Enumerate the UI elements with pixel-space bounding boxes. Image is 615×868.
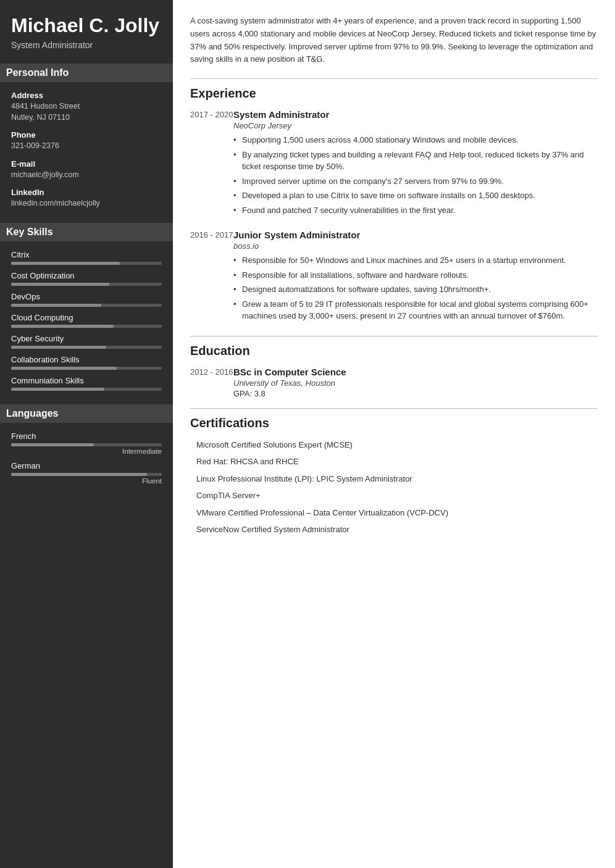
- edu-date: 2012 - 2016: [190, 367, 233, 398]
- skill-item: DevOps: [11, 292, 162, 307]
- exp-bullet: Designed automatizations for software up…: [233, 283, 598, 296]
- skill-item: Citrix: [11, 250, 162, 265]
- exp-job-title: System Administrator: [233, 109, 598, 120]
- exp-bullet: Found and patched 7 security vulnerabili…: [233, 204, 598, 217]
- language-item: GermanFluent: [11, 461, 162, 485]
- language-item: FrenchIntermediate: [11, 432, 162, 455]
- main-content: A cost-saving system administrator with …: [173, 0, 615, 868]
- address-label: Address: [11, 91, 162, 100]
- certification-item: VMware Certified Professional – Data Cen…: [190, 507, 598, 519]
- certifications-heading: Certifications: [190, 416, 598, 430]
- certification-item: Microsoft Certified Solutions Expert (MC…: [190, 439, 598, 451]
- language-bar-fill: [11, 443, 94, 446]
- edu-school: University of Texas, Houston: [233, 378, 346, 388]
- certification-item: ServiceNow Certified System Administrato…: [190, 524, 598, 536]
- phone-value: 321-009-2376: [11, 141, 162, 152]
- language-name: French: [11, 432, 162, 441]
- skill-bar-fill: [11, 367, 117, 370]
- edu-degree: BSc in Computer Science: [233, 367, 346, 377]
- phone-label: Phone: [11, 130, 162, 140]
- exp-date: 2017 - 2020: [190, 109, 233, 219]
- linkedin-value: linkedin.com/michaelcjolly: [11, 198, 162, 209]
- experience-block: 2016 - 2017Junior System Administratorbo…: [190, 230, 598, 325]
- certifications-list: Microsoft Certified Solutions Expert (MC…: [190, 439, 598, 536]
- language-level: Fluent: [11, 477, 162, 485]
- sidebar-name: Michael C. Jolly: [11, 15, 162, 36]
- skill-item: Cyber Security: [11, 334, 162, 349]
- address-line2: Nutley, NJ 07110: [11, 112, 162, 123]
- exp-bullet: Supporting 1,500 users across 4,000 stat…: [233, 134, 598, 146]
- languages-section: Languages FrenchIntermediateGermanFluent: [11, 404, 162, 485]
- skill-name: Citrix: [11, 250, 162, 259]
- experience-block: 2017 - 2020System AdministratorNeoCorp J…: [190, 109, 598, 219]
- education-divider: [190, 336, 598, 336]
- exp-details: System AdministratorNeoCorp JerseySuppor…: [233, 109, 598, 219]
- skill-item: Cost Optimization: [11, 271, 162, 286]
- education-block: 2012 - 2016BSc in Computer ScienceUniver…: [190, 367, 598, 398]
- skill-bar-bg: [11, 283, 162, 286]
- skill-name: Cyber Security: [11, 334, 162, 343]
- exp-date: 2016 - 2017: [190, 230, 233, 325]
- sidebar-title: System Administrator: [11, 40, 162, 50]
- language-name: German: [11, 461, 162, 470]
- exp-bullet: Improved server uptime on the company's …: [233, 175, 598, 188]
- experience-divider: [190, 78, 598, 79]
- skill-item: Collaboration Skills: [11, 355, 162, 370]
- experience-heading: Experience: [190, 86, 598, 101]
- exp-bullet: Responsible for all installations, softw…: [233, 269, 598, 282]
- languages-list: FrenchIntermediateGermanFluent: [11, 432, 162, 485]
- certifications-divider: [190, 408, 598, 409]
- skill-name: Communiation Skills: [11, 376, 162, 385]
- skill-bar-bg: [11, 388, 162, 391]
- skill-bar-fill: [11, 304, 101, 307]
- certification-item: Linux Professional Institute (LPI): LPIC…: [190, 473, 598, 485]
- skill-bar-fill: [11, 283, 109, 286]
- exp-bullet: Responsible for 50+ Windows and Linux ma…: [233, 254, 598, 267]
- skill-bar-bg: [11, 304, 162, 307]
- skill-bar-bg: [11, 325, 162, 328]
- skill-name: DevOps: [11, 292, 162, 301]
- education-list: 2012 - 2016BSc in Computer ScienceUniver…: [190, 367, 598, 398]
- email-label: E-mail: [11, 159, 162, 169]
- skill-bar-fill: [11, 388, 104, 391]
- email-value: michaelc@jolly.com: [11, 170, 162, 181]
- linkedin-label: LinkedIn: [11, 188, 162, 197]
- personal-info-section-title: Personal Info: [0, 64, 173, 82]
- language-bar-bg: [11, 443, 162, 446]
- experience-list: 2017 - 2020System AdministratorNeoCorp J…: [190, 109, 598, 325]
- exp-bullet: By analyzing ticket types and building a…: [233, 149, 598, 173]
- skill-name: Cost Optimization: [11, 271, 162, 280]
- address-line1: 4841 Hudson Street: [11, 101, 162, 112]
- exp-bullets: Supporting 1,500 users across 4,000 stat…: [233, 134, 598, 216]
- certification-item: Red Hat: RHCSA and RHCE: [190, 456, 598, 468]
- skill-item: Cloud Computing: [11, 313, 162, 328]
- skills-list: CitrixCost OptimizationDevOpsCloud Compu…: [11, 250, 162, 391]
- skill-bar-bg: [11, 367, 162, 370]
- education-heading: Education: [190, 344, 598, 358]
- language-bar-bg: [11, 473, 162, 476]
- edu-details: BSc in Computer ScienceUniversity of Tex…: [233, 367, 346, 398]
- skill-bar-fill: [11, 325, 114, 328]
- exp-company: NeoCorp Jersey: [233, 121, 598, 130]
- key-skills-section-title: Key Skills: [0, 223, 173, 241]
- languages-section-title: Languages: [0, 404, 173, 423]
- skill-item: Communiation Skills: [11, 376, 162, 391]
- skill-name: Collaboration Skills: [11, 355, 162, 364]
- skill-name: Cloud Computing: [11, 313, 162, 322]
- key-skills-section: Key Skills CitrixCost OptimizationDevOps…: [11, 223, 162, 391]
- language-level: Intermediate: [11, 448, 162, 455]
- exp-job-title: Junior System Administrator: [233, 230, 598, 240]
- skill-bar-bg: [11, 262, 162, 265]
- skill-bar-fill: [11, 262, 120, 265]
- exp-details: Junior System Administratorboss.ioRespon…: [233, 230, 598, 325]
- exp-bullets: Responsible for 50+ Windows and Linux ma…: [233, 254, 598, 322]
- exp-bullet: Grew a team of 5 to 29 IT professionals …: [233, 298, 598, 322]
- sidebar: Michael C. Jolly System Administrator Pe…: [0, 0, 173, 868]
- exp-company: boss.io: [233, 241, 598, 251]
- summary-text: A cost-saving system administrator with …: [190, 15, 598, 66]
- skill-bar-fill: [11, 346, 106, 349]
- certification-item: CompTIA Server+: [190, 490, 598, 502]
- skill-bar-bg: [11, 346, 162, 349]
- language-bar-fill: [11, 473, 147, 476]
- edu-gpa: GPA: 3.8: [233, 389, 346, 398]
